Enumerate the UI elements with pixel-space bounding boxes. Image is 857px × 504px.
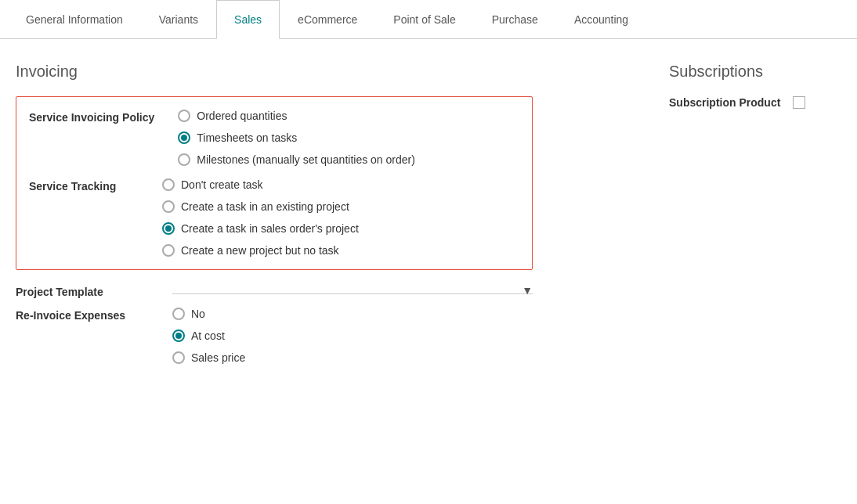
tab-general-information[interactable]: General Information — [8, 0, 141, 39]
service-invoicing-label: Service Invoicing Policy — [29, 110, 154, 166]
radio-ordered-label: Ordered quantities — [197, 110, 287, 122]
radio-at-cost[interactable]: At cost — [172, 329, 245, 342]
subscription-product-checkbox[interactable] — [793, 96, 805, 109]
subscription-product-row: Subscription Product — [669, 96, 841, 109]
policy-box: Service Invoicing Policy Ordered quantit… — [16, 96, 533, 270]
service-invoicing-options: Ordered quantities Timesheets on tasks M… — [178, 110, 415, 166]
project-template-label: Project Template — [16, 286, 157, 298]
service-tracking-label: Service Tracking — [29, 178, 139, 257]
radio-ordered-outer — [178, 110, 190, 122]
radio-sales-order-label: Create a task in sales order's project — [181, 222, 359, 235]
radio-at-cost-outer — [172, 329, 185, 342]
service-invoicing-row: Service Invoicing Policy Ordered quantit… — [29, 110, 519, 166]
radio-no-label: No — [191, 308, 205, 320]
subscription-product-label: Subscription Product — [669, 96, 780, 109]
tab-point-of-sale[interactable]: Point of Sale — [375, 0, 473, 39]
tab-sales[interactable]: Sales — [216, 0, 280, 39]
radio-new-project-outer — [162, 244, 175, 257]
invoicing-title: Invoicing — [16, 63, 622, 81]
re-invoice-label: Re-Invoice Expenses — [16, 308, 157, 364]
radio-ordered-quantities[interactable]: Ordered quantities — [178, 110, 415, 122]
service-tracking-row: Service Tracking Don't create task Creat… — [29, 178, 519, 257]
service-tracking-options: Don't create task Create a task in an ex… — [162, 178, 359, 257]
radio-new-project-no-task[interactable]: Create a new project but no task — [162, 244, 359, 257]
radio-no-task[interactable]: Don't create task — [162, 178, 359, 191]
project-template-row: Project Template ▼ — [16, 286, 533, 298]
radio-sales-order-inner — [165, 225, 172, 232]
radio-sales-price-label: Sales price — [191, 351, 245, 364]
radio-existing-outer — [162, 200, 175, 213]
radio-sales-order-project[interactable]: Create a task in sales order's project — [162, 222, 359, 235]
radio-new-project-label: Create a new project but no task — [181, 244, 339, 257]
tab-bar: General Information Variants Sales eComm… — [0, 0, 857, 39]
radio-milestones-label: Milestones (manually set quantities on o… — [197, 153, 415, 166]
main-content: Invoicing Service Invoicing Policy Order… — [0, 39, 857, 387]
tab-purchase[interactable]: Purchase — [474, 0, 556, 39]
radio-sales-price-outer — [172, 351, 185, 364]
radio-timesheets-inner — [181, 135, 187, 141]
radio-at-cost-inner — [175, 333, 182, 339]
radio-no-task-label: Don't create task — [181, 178, 263, 191]
radio-timesheets-label: Timesheets on tasks — [197, 131, 297, 144]
right-section: Subscriptions Subscription Product — [669, 63, 841, 364]
radio-timesheets[interactable]: Timesheets on tasks — [178, 131, 415, 144]
radio-no-task-outer — [162, 178, 175, 191]
radio-milestones[interactable]: Milestones (manually set quantities on o… — [178, 153, 415, 166]
radio-at-cost-label: At cost — [191, 329, 225, 342]
radio-existing-label: Create a task in an existing project — [181, 200, 349, 213]
project-template-dropdown-arrow: ▼ — [522, 284, 533, 297]
re-invoice-row: Re-Invoice Expenses No At cost Sal — [16, 308, 533, 364]
radio-no-outer — [172, 308, 185, 320]
radio-no[interactable]: No — [172, 308, 245, 320]
left-section: Invoicing Service Invoicing Policy Order… — [16, 63, 622, 364]
re-invoice-options: No At cost Sales price — [172, 308, 245, 364]
radio-sales-order-outer — [162, 222, 175, 235]
project-template-select[interactable]: ▼ — [172, 290, 533, 294]
subscriptions-title: Subscriptions — [669, 63, 841, 81]
tab-ecommerce[interactable]: eCommerce — [280, 0, 375, 39]
radio-milestones-outer — [178, 153, 190, 166]
radio-sales-price[interactable]: Sales price — [172, 351, 245, 364]
radio-existing-project[interactable]: Create a task in an existing project — [162, 200, 359, 213]
radio-timesheets-outer — [178, 131, 190, 144]
tab-variants[interactable]: Variants — [141, 0, 216, 39]
tab-accounting[interactable]: Accounting — [556, 0, 646, 39]
